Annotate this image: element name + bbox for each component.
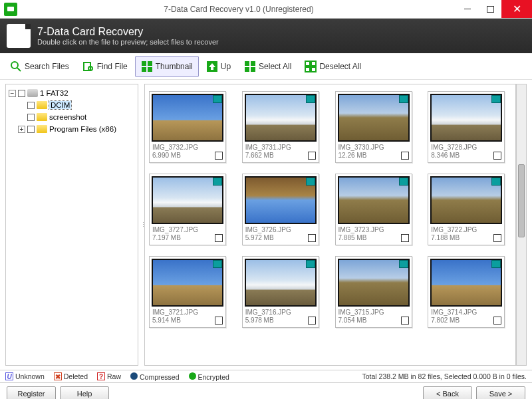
thumbnail-item[interactable]: IMG_3728.JPG8.346 MB: [428, 91, 505, 163]
save-button[interactable]: Save >: [476, 386, 525, 399]
tree-folder-dcim[interactable]: DCIM: [7, 99, 136, 111]
toolbar: Search Files Find File Thumbnail Up Sele…: [0, 53, 532, 80]
tree-checkbox[interactable]: [27, 114, 35, 121]
thumbnail-checkbox[interactable]: [401, 152, 409, 160]
image-badge-icon: [399, 95, 408, 103]
thumbnail-item[interactable]: IMG_3730.JPG12.26 MB: [335, 91, 412, 163]
tree-checkbox[interactable]: [27, 126, 35, 133]
thumbnail-image[interactable]: [430, 259, 502, 307]
thumbnail-image[interactable]: [152, 259, 223, 307]
file-name: IMG_3715.JPG: [338, 309, 400, 317]
thumbnail-item[interactable]: IMG_3726.JPG5.972 MB: [242, 174, 319, 245]
legend-label: Compressed: [140, 373, 180, 381]
thumbnail-image[interactable]: [338, 94, 410, 142]
folder-tree[interactable]: − 1 FAT32 DCIM screenshot + Program File…: [5, 84, 138, 366]
tree-folder-program-files[interactable]: + Program Files (x86): [7, 123, 136, 135]
file-size: 5.972 MB: [245, 234, 307, 242]
file-name: IMG_3721.JPG: [152, 309, 213, 317]
register-button[interactable]: Register: [7, 386, 56, 399]
select-all-button[interactable]: Select All: [238, 56, 297, 77]
thumbnail-item[interactable]: IMG_3714.JPG7.802 MB: [428, 256, 505, 328]
thumbnail-checkbox[interactable]: [493, 234, 501, 242]
thumbnail-image[interactable]: [152, 94, 223, 142]
window-titlebar: 7-Data Card Recovery v1.0 (Unregistered)…: [0, 0, 532, 19]
collapse-icon[interactable]: −: [9, 90, 16, 97]
back-button[interactable]: < Back: [423, 386, 472, 399]
tree-label: Program Files (x86): [49, 125, 116, 133]
tree-label: DCIM: [49, 101, 71, 109]
thumbnail-image[interactable]: [245, 176, 317, 224]
tree-drive-row[interactable]: − 1 FAT32: [7, 87, 136, 99]
thumbnail-item[interactable]: IMG_3721.JPG5.914 MB: [149, 256, 226, 328]
file-size: 6.990 MB: [152, 152, 213, 160]
search-files-button[interactable]: Search Files: [4, 56, 75, 77]
thumbnail-image[interactable]: [430, 94, 502, 142]
thumbnail-item[interactable]: IMG_3727.JPG7.197 MB: [149, 174, 226, 245]
thumbnail-item[interactable]: IMG_3716.JPG5.978 MB: [242, 256, 319, 328]
tree-folder-screenshot[interactable]: screenshot: [7, 111, 136, 123]
app-icon: [4, 3, 17, 16]
image-badge-icon: [213, 95, 222, 103]
file-size: 7.188 MB: [431, 234, 492, 242]
file-name: IMG_3714.JPG: [431, 309, 492, 317]
toolbar-label: Thumbnail: [156, 62, 193, 71]
thumbnail-checkbox[interactable]: [215, 234, 223, 242]
thumbnail-item[interactable]: IMG_3732.JPG6.990 MB: [149, 91, 226, 163]
tree-label: 1 FAT32: [40, 89, 68, 97]
image-badge-icon: [306, 95, 315, 103]
thumbnail-checkbox[interactable]: [308, 152, 316, 160]
tree-checkbox[interactable]: [18, 90, 25, 97]
file-size: 7.802 MB: [431, 317, 492, 325]
thumbnail-checkbox[interactable]: [308, 234, 316, 242]
thumbnail-checkbox[interactable]: [493, 152, 501, 160]
file-name: IMG_3731.JPG: [245, 144, 307, 152]
thumbnail-image[interactable]: [245, 259, 317, 307]
thumbnail-checkbox[interactable]: [215, 152, 223, 160]
thumbnail-checkbox[interactable]: [401, 317, 409, 325]
file-size: 7.885 MB: [338, 234, 400, 242]
tree-label: screenshot: [49, 113, 86, 121]
close-button[interactable]: ✕: [501, 0, 532, 18]
thumbnail-button[interactable]: Thumbnail: [135, 56, 199, 77]
svg-point-0: [11, 62, 18, 68]
svg-rect-6: [142, 67, 146, 72]
app-name: 7-Data Card Recovery: [37, 26, 219, 38]
svg-rect-14: [311, 61, 316, 66]
image-badge-icon: [306, 178, 315, 186]
thumbnail-image[interactable]: [338, 259, 410, 307]
file-name: IMG_3723.JPG: [338, 226, 400, 234]
thumbnail-grid: IMG_3732.JPG6.990 MBIMG_3731.JPG7.662 MB…: [144, 84, 516, 366]
svg-line-1: [17, 68, 21, 71]
tree-checkbox[interactable]: [27, 102, 35, 109]
up-button[interactable]: Up: [200, 56, 237, 77]
folder-icon: [37, 101, 47, 109]
scrollbar-handle[interactable]: [518, 164, 525, 237]
thumbnail-item[interactable]: IMG_3723.JPG7.885 MB: [335, 174, 412, 245]
search-icon: [10, 61, 22, 72]
expand-icon[interactable]: +: [18, 126, 25, 133]
footer-bar: Register Help < Back Save >: [0, 383, 532, 399]
file-size: 7.197 MB: [152, 234, 213, 242]
thumbnail-image[interactable]: [245, 94, 317, 142]
thumbnail-checkbox[interactable]: [215, 317, 223, 325]
thumbnail-checkbox[interactable]: [493, 317, 501, 325]
find-file-button[interactable]: Find File: [76, 56, 134, 77]
thumbnail-image[interactable]: [152, 176, 223, 224]
maximize-button[interactable]: [479, 0, 501, 18]
grid-icon: [141, 61, 153, 72]
file-name: IMG_3728.JPG: [431, 144, 492, 152]
svg-rect-13: [305, 61, 310, 66]
thumbnail-item[interactable]: IMG_3722.JPG7.188 MB: [428, 174, 505, 245]
thumbnail-item[interactable]: IMG_3715.JPG7.054 MB: [335, 256, 412, 328]
svg-rect-15: [305, 67, 310, 72]
window-title: 7-Data Card Recovery v1.0 (Unregistered): [21, 5, 456, 14]
help-button[interactable]: Help: [60, 386, 109, 399]
vertical-scrollbar[interactable]: [516, 84, 527, 366]
deselect-all-button[interactable]: Deselect All: [299, 56, 367, 77]
thumbnail-checkbox[interactable]: [308, 317, 316, 325]
minimize-button[interactable]: [456, 0, 479, 18]
thumbnail-image[interactable]: [430, 176, 502, 224]
thumbnail-image[interactable]: [338, 176, 410, 224]
thumbnail-item[interactable]: IMG_3731.JPG7.662 MB: [242, 91, 319, 163]
thumbnail-checkbox[interactable]: [401, 234, 409, 242]
